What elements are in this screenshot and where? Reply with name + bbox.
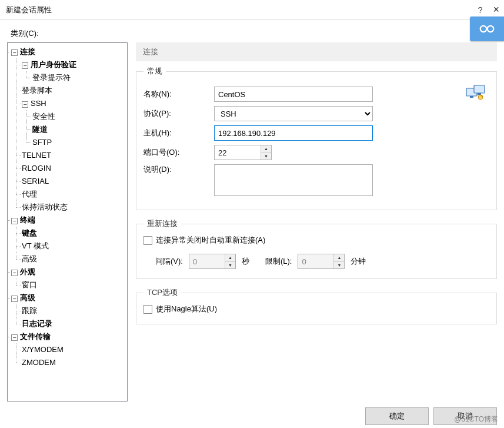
tree-filetrans[interactable]: 文件传输: [20, 332, 51, 341]
general-group: 常规 名称(N): 协议(P): SSH 主机(H): 端口号(O):: [136, 66, 497, 210]
tree-ssh[interactable]: SSH: [31, 99, 46, 108]
interval-spinner: 0 ▲▼: [189, 254, 236, 269]
svg-point-6: [478, 95, 483, 99]
port-spinner[interactable]: 22 ▲▼: [214, 145, 272, 160]
expand-icon[interactable]: −: [11, 218, 18, 224]
tree-advanced2[interactable]: 高级: [20, 293, 35, 302]
tree-rlogin[interactable]: RLOGIN: [22, 164, 51, 172]
app-badge-icon[interactable]: [470, 16, 504, 41]
tree-advanced1[interactable]: 高级: [22, 254, 37, 263]
window-title: 新建会话属性: [6, 5, 52, 15]
host-input[interactable]: [214, 125, 373, 141]
limit-label: 限制(L):: [265, 256, 292, 267]
limit-spinner: 0 ▲▼: [298, 254, 345, 269]
expand-icon[interactable]: −: [11, 270, 18, 276]
svg-point-1: [488, 26, 494, 32]
tree-xymodem[interactable]: X/YMODEM: [22, 345, 64, 354]
spin-down-icon[interactable]: ▼: [261, 153, 271, 160]
tree-keepalive[interactable]: 保持活动状态: [22, 203, 68, 211]
tree-vtmode[interactable]: VT 模式: [22, 241, 49, 250]
tree-proxy[interactable]: 代理: [22, 190, 37, 198]
name-input[interactable]: [214, 87, 373, 102]
ok-button[interactable]: 确定: [365, 407, 429, 425]
spin-down-icon: ▼: [334, 262, 344, 269]
close-button[interactable]: ×: [493, 4, 499, 16]
desc-label: 说明(D):: [143, 164, 214, 175]
button-bar: 确定 取消: [0, 402, 504, 425]
tree-keyboard[interactable]: 键盘: [22, 228, 37, 237]
tree-telnet[interactable]: TELNET: [22, 151, 51, 160]
expand-icon[interactable]: −: [22, 101, 28, 108]
spin-up-icon: ▲: [334, 254, 344, 262]
tree-terminal[interactable]: 终端: [20, 215, 35, 224]
tree-serial[interactable]: SERIAL: [22, 177, 49, 185]
category-tree[interactable]: −连接 −用户身份验证 登录提示符 登录脚本 −SSH 安全性: [7, 42, 128, 402]
spin-down-icon: ▼: [225, 262, 235, 269]
help-button[interactable]: ?: [478, 5, 483, 15]
tree-connection[interactable]: 连接: [20, 47, 35, 56]
expand-icon[interactable]: −: [11, 49, 18, 56]
tree-loginprompt[interactable]: 登录提示符: [32, 73, 71, 82]
expand-icon[interactable]: −: [11, 296, 18, 302]
interval-label: 间隔(V):: [155, 256, 183, 267]
protocol-label: 协议(P):: [143, 108, 214, 119]
autoreconnect-checkbox[interactable]: 连接异常关闭时自动重新连接(A): [143, 235, 489, 245]
port-label: 端口号(O):: [143, 147, 214, 158]
checkbox-icon[interactable]: [143, 236, 152, 245]
checkbox-icon[interactable]: [143, 305, 152, 314]
watermark: @51CTO博客: [454, 414, 498, 424]
titlebar: 新建会话属性 ? ×: [0, 0, 504, 20]
reconnect-group: 重新连接 连接异常关闭时自动重新连接(A) 间隔(V): 0 ▲▼ 秒 限制(L…: [136, 218, 497, 279]
tree-loginscript[interactable]: 登录脚本: [22, 86, 52, 95]
tcp-group: TCP选项 使用Nagle算法(U): [136, 287, 497, 324]
tree-security[interactable]: 安全性: [32, 112, 55, 121]
tree-window[interactable]: 窗口: [22, 280, 37, 289]
svg-point-0: [480, 26, 487, 32]
general-legend: 常规: [143, 66, 166, 77]
interval-unit: 秒: [242, 256, 259, 267]
name-label: 名称(N):: [143, 89, 214, 99]
expand-icon[interactable]: −: [11, 334, 18, 341]
svg-rect-4: [470, 96, 473, 98]
desc-textarea[interactable]: [214, 164, 373, 196]
tree-zmodem[interactable]: ZMODEM: [22, 358, 56, 367]
protocol-select[interactable]: SSH: [214, 106, 373, 121]
limit-unit: 分钟: [351, 256, 366, 267]
tree-appearance[interactable]: 外观: [20, 267, 35, 276]
content-panel: 连接 常规 名称(N): 协议(P): SSH 主机(H):: [136, 42, 497, 402]
title-controls: ? ×: [478, 4, 499, 16]
nagle-checkbox[interactable]: 使用Nagle算法(U): [143, 304, 489, 314]
category-label: 类别(C):: [0, 20, 504, 42]
panel-header: 连接: [136, 42, 497, 61]
tree-trace[interactable]: 跟踪: [22, 306, 37, 315]
expand-icon[interactable]: −: [22, 62, 28, 69]
tcp-legend: TCP选项: [143, 287, 181, 298]
spin-up-icon[interactable]: ▲: [261, 145, 271, 153]
tree-sftp[interactable]: SFTP: [32, 138, 52, 147]
tree-tunnel[interactable]: 隧道: [32, 125, 48, 134]
spin-up-icon: ▲: [225, 254, 235, 262]
tree-logging[interactable]: 日志记录: [22, 319, 52, 328]
svg-rect-3: [474, 85, 485, 93]
monitors-icon: [466, 85, 486, 103]
reconnect-legend: 重新连接: [143, 218, 181, 229]
host-label: 主机(H):: [143, 128, 214, 138]
tree-auth[interactable]: 用户身份验证: [31, 60, 76, 69]
